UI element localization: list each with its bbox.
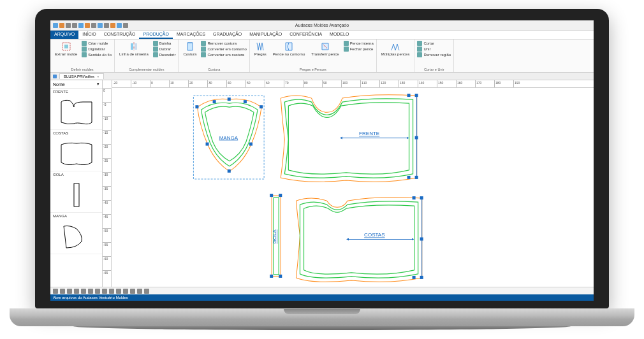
linha-simetria-button[interactable]: Linha de simetria xyxy=(117,41,150,57)
qat-icon[interactable] xyxy=(53,23,58,28)
close-dart-icon xyxy=(344,47,349,52)
tab-file[interactable]: ARQUIVO xyxy=(50,31,78,39)
tab-conferencia[interactable]: CONFERÊNCIA xyxy=(286,31,326,39)
qat-icon[interactable] xyxy=(66,23,71,28)
dobrar-button[interactable]: Dobrar xyxy=(153,47,176,52)
cortar-button[interactable]: Cortar xyxy=(417,41,451,46)
titlebar: Audaces Moldes Avançado xyxy=(50,20,594,31)
pieces-panel: Nome ▾ FRENTE COSTAS xyxy=(50,80,103,287)
qat-icon[interactable] xyxy=(59,23,64,28)
piece-manga: MANGA xyxy=(195,97,263,173)
transferir-pence-button[interactable]: Transferir pence xyxy=(309,41,340,57)
svg-rect-10 xyxy=(244,100,247,103)
thumb-manga xyxy=(50,219,102,254)
tool-icon[interactable] xyxy=(123,289,128,294)
qat-icon[interactable] xyxy=(72,23,77,28)
tool-icon[interactable] xyxy=(130,289,135,294)
converter-contorno-button[interactable]: Converter em contorno xyxy=(201,47,246,52)
to-seam-icon xyxy=(201,52,206,57)
converter-costura-button[interactable]: Converter em costura xyxy=(201,52,246,57)
ribbon: Extrair molde Criar molde Digitalizar Se… xyxy=(50,40,594,73)
qat-icon[interactable] xyxy=(78,23,84,28)
laptop-frame: Audaces Moldes Avançado ARQUIVO INÍCIO C… xyxy=(35,9,609,330)
qat-icon[interactable] xyxy=(110,23,115,28)
pregas-button[interactable]: Pregas xyxy=(252,41,268,57)
tool-icon[interactable] xyxy=(60,289,65,294)
ribbon-group-costura: Costura Remover costura Converter em con… xyxy=(179,40,249,72)
qat-icon[interactable] xyxy=(117,23,122,28)
close-icon[interactable]: × xyxy=(97,75,99,78)
join-icon xyxy=(417,47,422,52)
list-item[interactable]: COSTAS xyxy=(50,130,102,171)
tab-modelo[interactable]: MODELO xyxy=(326,31,353,39)
svg-rect-27 xyxy=(413,196,416,199)
tool-icon[interactable] xyxy=(53,289,58,294)
qat-icon[interactable] xyxy=(104,23,109,28)
bainha-button[interactable]: Bainha xyxy=(153,41,176,46)
svg-rect-3 xyxy=(195,105,198,108)
qat-icon[interactable] xyxy=(85,23,90,28)
list-item[interactable]: FRENTE xyxy=(50,89,102,130)
remover-costura-button[interactable]: Remover costura xyxy=(201,41,246,46)
panel-header: Nome ▾ xyxy=(50,80,102,89)
pence-contorno-button[interactable]: Pence no contorno xyxy=(271,41,307,57)
qat-icon[interactable] xyxy=(91,23,96,28)
tool-icon[interactable] xyxy=(137,289,142,294)
doc-icon xyxy=(53,75,57,78)
ruler-vertical: 0-5-10-15-20-25-30-35-40-45-50-55-60-65 xyxy=(103,88,112,287)
quick-access-toolbar xyxy=(53,23,128,28)
thumb-costas xyxy=(50,136,102,171)
tool-icon[interactable] xyxy=(102,289,107,294)
tool-icon[interactable] xyxy=(116,289,121,294)
tool-icon[interactable] xyxy=(67,289,72,294)
svg-rect-1 xyxy=(74,184,79,206)
multiplas-pences-button[interactable]: Múltiplas pences xyxy=(379,41,412,57)
ruler-horizontal: -20-100102030405060708090100110120130140… xyxy=(112,80,594,88)
svg-rect-28 xyxy=(413,276,416,279)
qat-icon[interactable] xyxy=(123,23,128,28)
tool-icon[interactable] xyxy=(81,289,86,294)
svg-rect-7 xyxy=(228,170,231,173)
tab-inicio[interactable]: INÍCIO xyxy=(78,31,99,39)
extrair-molde-button[interactable]: Extrair molde xyxy=(53,41,79,57)
qat-icon[interactable] xyxy=(98,23,103,28)
document-tab[interactable]: BLUSA PRI/tailles × xyxy=(59,73,104,79)
tool-icon[interactable] xyxy=(144,289,149,294)
svg-rect-26 xyxy=(420,276,423,279)
digitalizar-button[interactable]: Digitalizar xyxy=(82,47,112,52)
tool-icon[interactable] xyxy=(88,289,93,294)
tab-producao[interactable]: PRODUÇÃO xyxy=(139,31,172,39)
remove-seam-icon xyxy=(201,41,206,46)
criar-molde-button[interactable]: Criar molde xyxy=(82,41,112,46)
unir-button[interactable]: Unir xyxy=(417,47,451,52)
piece-label-frente: FRENTE xyxy=(359,131,380,136)
fechar-pence-button[interactable]: Fechar pence xyxy=(344,47,374,52)
tab-graduacao[interactable]: GRADUAÇÃO xyxy=(209,31,245,39)
tab-manipulacao[interactable]: MANIPULAÇÃO xyxy=(245,31,286,39)
list-item[interactable]: GOLA xyxy=(50,171,102,213)
ribbon-group-multiplas: Múltiplas pences xyxy=(377,40,415,72)
cut-icon xyxy=(417,41,422,46)
pence-interna-button[interactable]: Pence interna xyxy=(344,41,374,46)
drawing-canvas[interactable]: MANGA xyxy=(112,88,594,287)
screen-bezel: Audaces Moldes Avançado ARQUIVO INÍCIO C… xyxy=(35,9,609,308)
tab-construcao[interactable]: CONSTRUÇÃO xyxy=(100,31,140,39)
unfold-icon xyxy=(153,52,158,57)
svg-rect-13 xyxy=(415,136,418,139)
svg-rect-20 xyxy=(279,194,282,197)
svg-rect-4 xyxy=(228,97,231,101)
remover-regiao-button[interactable]: Remover região xyxy=(417,52,451,57)
svg-rect-8 xyxy=(206,143,209,146)
costura-button[interactable]: Costura xyxy=(181,41,198,57)
statusbar: Abre arquivos do Audaces Vestuário Molde… xyxy=(50,294,594,301)
transfer-dart-icon xyxy=(320,41,330,52)
remove-region-icon xyxy=(417,52,422,57)
tool-icon[interactable] xyxy=(95,289,100,294)
tab-marcacoes[interactable]: MARCAÇÕES xyxy=(173,31,209,39)
list-item[interactable]: MANGA xyxy=(50,213,102,254)
chevron-down-icon[interactable]: ▾ xyxy=(97,82,99,87)
descobrir-button[interactable]: Descobrir xyxy=(153,52,176,57)
tool-icon[interactable] xyxy=(109,289,114,294)
tool-icon[interactable] xyxy=(74,289,79,294)
sentido-fio-button[interactable]: Sentido do fio xyxy=(82,52,112,57)
